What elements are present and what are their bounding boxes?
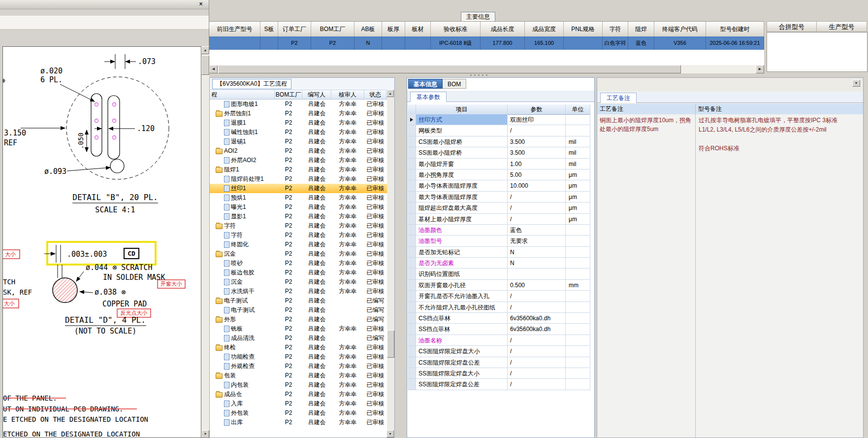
close-icon[interactable]: × — [197, 1, 205, 7]
param-value[interactable]: 3.500 — [508, 136, 566, 147]
param-row[interactable]: SS面阻焊限定焊盘大小 / — [408, 368, 590, 379]
param-value[interactable]: / — [508, 368, 566, 379]
param-row[interactable]: 油墨颜色 蓝色 — [408, 225, 590, 236]
model-notes-text[interactable]: 过孔按非导电树脂塞孔电镀填平，平整度按IPC 3标准 L1/L2, L3/L4,… — [696, 114, 863, 438]
tab-process-notes[interactable]: 工艺备注 — [600, 93, 637, 103]
param-row[interactable]: 油墨名称 / — [408, 335, 590, 346]
cad-scrollbar-thumb[interactable] — [201, 55, 209, 75]
tree-header-bom-factory[interactable]: BOM工厂 — [275, 90, 302, 99]
param-value[interactable]: 0.500 — [508, 280, 566, 291]
main-grid-selected-row[interactable]: P2 P2 N IPC-6018 Ⅱ级 177.800 165.100 白色字符… — [209, 36, 764, 50]
param-row[interactable]: 最小阻焊开窗 1.00 mil — [408, 159, 590, 169]
param-value[interactable]: 1.00 — [508, 159, 566, 169]
param-value[interactable]: 3.500 — [508, 147, 566, 158]
column-header[interactable]: 订单工厂 — [278, 22, 311, 37]
tree-scrollbar-thumb[interactable] — [387, 330, 394, 358]
tab-basic-params[interactable]: 基本参数 — [410, 92, 447, 102]
tree-header-status[interactable]: 状态 — [364, 90, 386, 99]
cad-vertical-scrollbar[interactable]: ▲ ▼ — [201, 46, 209, 438]
cad-window-titlebar[interactable]: × — [0, 0, 209, 9]
process-row[interactable]: 内包装 P2 吕建会 方幸幸 已审核 — [210, 380, 394, 390]
process-row[interactable]: 沉金 P2 吕建会 方幸幸 已审核 — [210, 277, 394, 287]
process-row[interactable]: 出库 P2 吕建会 方幸幸 已审核 — [210, 418, 394, 427]
process-notes-text[interactable]: 铜面上最小的阻焊厚度10um，拐角处最小的阻焊厚度5um — [597, 114, 696, 438]
cad-canvas[interactable]: ⊕ .073 ø.020 6 PL. — [2, 46, 201, 438]
process-row[interactable]: 水洗烘干 P2 吕建会 方幸幸 已审核 — [210, 287, 394, 296]
process-row[interactable]: 喷砂 P2 吕建会 方幸幸 已审核 — [210, 259, 394, 268]
param-value[interactable]: 双面丝印 — [508, 114, 566, 125]
column-header[interactable]: 板材 — [405, 22, 431, 37]
param-row[interactable]: 阻焊超出焊盘最大高度 / μm — [408, 202, 590, 213]
param-value[interactable]: / — [508, 335, 566, 346]
column-header[interactable]: PNL规格 — [564, 22, 603, 37]
horizontal-scrollbar[interactable]: ◀ ▶ — [209, 65, 764, 73]
process-row[interactable]: 显影1 P2 吕建会 方幸幸 已审核 — [210, 212, 394, 221]
side-column-header[interactable]: 合拼型号 — [767, 21, 817, 32]
param-row[interactable]: 基材上最小阻焊厚度 / μm — [408, 214, 590, 225]
process-row[interactable]: 曝光1 P2 吕建会 方幸幸 已审核 — [210, 202, 394, 212]
param-value[interactable]: / — [508, 346, 566, 357]
process-row[interactable]: 终检 P2 吕建会 方幸幸 已审核 — [210, 343, 394, 352]
param-value[interactable]: / — [508, 357, 566, 368]
process-row[interactable]: 丝印1 P2 吕建会 方幸幸 已审核 — [210, 184, 394, 193]
param-row[interactable]: 是否加无铅标记 N — [408, 247, 590, 258]
process-row[interactable]: 外观检查 P2 吕建会 方幸幸 已审核 — [210, 362, 394, 371]
process-row[interactable]: 阻焊1 P2 吕建会 方幸幸 已审核 — [210, 165, 394, 174]
process-row[interactable]: 字符 P2 吕建会 方幸幸 已审核 — [210, 221, 394, 231]
process-row[interactable]: 电子测试 P2 吕建会 已编写 — [210, 296, 394, 305]
tree-header-reviewer[interactable]: 核审人 — [331, 90, 364, 99]
params-header-value[interactable]: 参数 — [508, 104, 566, 114]
param-row[interactable]: CS面阻焊限定焊盘公差 / — [408, 357, 590, 368]
process-row[interactable]: 退锡1 P2 吕建会 方幸幸 已审核 — [210, 137, 394, 146]
param-value[interactable]: / — [508, 125, 566, 136]
process-row[interactable]: 功能检查 P2 吕建会 方幸幸 已审核 — [210, 352, 394, 362]
collapse-dropdown-icon[interactable]: ▼ — [852, 80, 860, 87]
notes-header-process[interactable]: 工艺备注 — [597, 104, 696, 114]
param-value[interactable]: / — [508, 302, 566, 313]
process-row[interactable]: 退膜1 P2 吕建会 方幸幸 已审核 — [210, 118, 394, 128]
process-row[interactable]: 成品清洗 P2 吕建会 已编写 — [210, 334, 394, 343]
param-row[interactable]: 油墨型号 无要求 — [408, 236, 590, 246]
param-value[interactable] — [508, 269, 566, 279]
param-value[interactable]: N — [508, 247, 566, 258]
param-value[interactable]: / — [508, 291, 566, 302]
column-header[interactable]: 字符 — [603, 22, 628, 37]
notes-header-model[interactable]: 型号备注 — [696, 104, 863, 114]
scroll-up-icon[interactable]: ▲ — [201, 46, 209, 54]
column-header[interactable]: 验收标准 — [431, 22, 481, 37]
column-header[interactable]: 终端客户代码 — [654, 22, 706, 37]
param-row[interactable]: 识别码位置图纸 — [408, 269, 590, 279]
process-row[interactable]: 入库 P2 吕建会 方幸幸 已审核 — [210, 399, 394, 408]
param-value[interactable]: 6v35600ka0.dh — [508, 313, 566, 324]
tree-vertical-scrollbar[interactable]: ▲ ▼ — [387, 90, 394, 438]
param-row[interactable]: 不允许阻焊入孔最小孔径图纸 / — [408, 302, 590, 313]
column-header[interactable]: 成品宽度 — [525, 22, 564, 37]
splitter-handle[interactable] — [470, 74, 487, 76]
param-value[interactable]: 5.00 — [508, 169, 566, 180]
side-column-header[interactable]: 生产型号 — [817, 21, 867, 32]
column-header[interactable]: 型号创建时 — [706, 22, 764, 37]
process-row[interactable]: 碱性蚀刻1 P2 吕建会 方幸幸 已审核 — [210, 128, 394, 137]
param-row[interactable]: 双面开窗最小孔径 0.500 mm — [408, 280, 590, 291]
column-header[interactable]: S板 — [260, 22, 278, 37]
process-row[interactable]: 图形电镀1 P2 吕建会 方幸幸 已审核 — [210, 100, 394, 109]
process-row[interactable]: 包装 P2 吕建会 方幸幸 已审核 — [210, 371, 394, 380]
param-row[interactable]: SS挡点菲林 6v35600ka0.dh — [408, 324, 590, 335]
process-row[interactable]: 字符 P2 吕建会 方幸幸 已审核 — [210, 231, 394, 240]
param-row[interactable]: 最小导体表面阻焊厚度 10.000 μm — [408, 180, 590, 191]
process-row[interactable]: 终固化 P2 吕建会 方幸幸 已审核 — [210, 240, 394, 249]
param-row[interactable]: 开窗孔是否不允许油墨入孔 / — [408, 291, 590, 302]
scrollbar-thumb[interactable] — [218, 65, 681, 73]
tab-bom[interactable]: BOM — [443, 79, 466, 89]
scroll-right-icon[interactable]: ▶ — [756, 65, 764, 73]
column-header[interactable]: 前旧生产型号 — [209, 22, 260, 37]
tree-header-writer[interactable]: 编写人 — [302, 90, 331, 99]
process-row[interactable]: 沉金 P2 吕建会 方幸幸 已审核 — [210, 249, 394, 259]
tab-basic-info[interactable]: 基本信息 — [408, 79, 443, 89]
process-row[interactable]: 预烘1 P2 吕建会 方幸幸 已审核 — [210, 193, 394, 202]
param-value[interactable]: 蓝色 — [508, 225, 566, 236]
param-value[interactable]: / — [508, 202, 566, 213]
param-value[interactable]: / — [508, 379, 566, 390]
process-row[interactable]: AOI2 P2 吕建会 方幸幸 已审核 — [210, 146, 394, 156]
column-header[interactable]: 板厚 — [382, 22, 405, 37]
